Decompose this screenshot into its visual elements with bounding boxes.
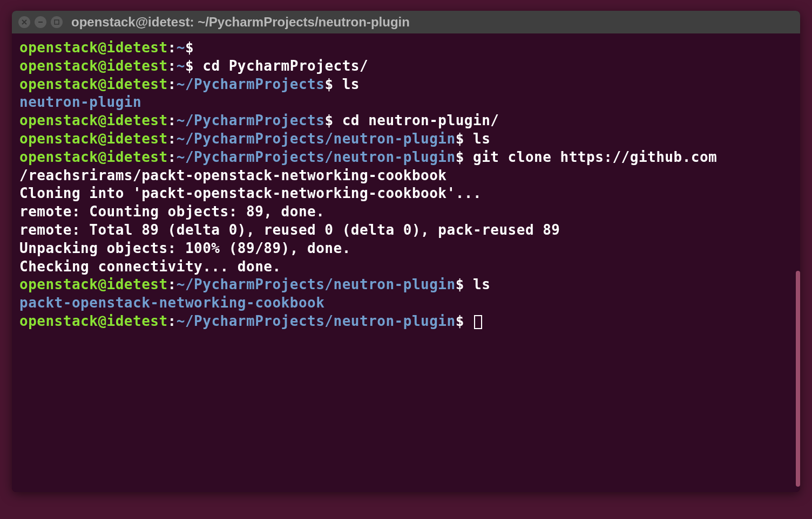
prompt-user-host: openstack@idetest [19, 313, 168, 329]
prompt-user-host: openstack@idetest [19, 39, 168, 56]
prompt-dollar: $ [456, 313, 464, 329]
terminal-line: remote: Counting objects: 89, done. [19, 203, 793, 221]
prompt-path: ~/PycharmProjects/neutron-plugin [177, 149, 456, 165]
prompt-dollar: $ [185, 58, 194, 74]
terminal-line: openstack@idetest:~$ [19, 39, 793, 57]
minimize-icon [38, 19, 43, 25]
command-text: git clone https://github.com [473, 149, 717, 165]
terminal-line: Checking connectivity... done. [19, 258, 793, 276]
svg-rect-0 [55, 20, 59, 24]
prompt-user-host: openstack@idetest [19, 131, 168, 147]
command-text: cd neutron-plugin/ [342, 112, 499, 128]
prompt-colon: : [168, 76, 177, 92]
prompt-dollar: $ [456, 149, 464, 165]
terminal-line: remote: Total 89 (delta 0), reused 0 (de… [19, 221, 793, 240]
close-icon [22, 19, 27, 25]
prompt-colon: : [168, 149, 177, 165]
prompt-path: ~ [177, 58, 185, 74]
prompt-colon: : [168, 39, 177, 56]
prompt-path: ~/PycharmProjects/neutron-plugin [177, 131, 456, 147]
terminal-line: Cloning into 'packt-openstack-networking… [19, 185, 793, 203]
maximize-button[interactable] [51, 16, 63, 28]
output-text: Unpacking objects: 100% (89/89), done. [19, 240, 351, 256]
terminal-line: Unpacking objects: 100% (89/89), done. [19, 240, 793, 258]
output-text: remote: Counting objects: 89, done. [19, 203, 324, 220]
output-text: remote: Total 89 (delta 0), reused 0 (de… [19, 222, 560, 238]
output-directory: neutron-plugin [19, 94, 141, 110]
command-text: /reachsrirams/packt-openstack-networking… [19, 167, 447, 183]
prompt-dollar: $ [324, 76, 333, 92]
prompt-colon: : [168, 131, 177, 147]
prompt-path: ~/PycharmProjects/neutron-plugin [177, 313, 456, 329]
terminal-line: openstack@idetest:~/PycharmProjects/neut… [19, 130, 793, 148]
terminal-line: openstack@idetest:~/PycharmProjects$ cd … [19, 112, 793, 130]
terminal-line: openstack@idetest:~/PycharmProjects/neut… [19, 276, 793, 294]
prompt-user-host: openstack@idetest [19, 149, 168, 165]
cursor [474, 315, 482, 329]
terminal-line: openstack@idetest:~$ cd PycharmProjects/ [19, 57, 793, 76]
prompt-user-host: openstack@idetest [19, 276, 168, 292]
terminal-line: openstack@idetest:~/PycharmProjects$ ls [19, 76, 793, 94]
scrollbar[interactable] [796, 271, 800, 487]
terminal-window: openstack@idetest: ~/PycharmProjects/neu… [12, 11, 800, 492]
prompt-colon: : [168, 112, 177, 128]
command-text: ls [473, 131, 490, 147]
prompt-dollar: $ [456, 131, 464, 147]
output-text: Checking connectivity... done. [19, 258, 281, 275]
prompt-dollar: $ [324, 112, 333, 128]
command-text: ls [342, 76, 360, 92]
terminal-body[interactable]: openstack@idetest:~$ openstack@idetest:~… [12, 33, 800, 492]
prompt-colon: : [168, 58, 177, 74]
maximize-icon [54, 19, 59, 25]
terminal-line: openstack@idetest:~/PycharmProjects/neut… [19, 148, 793, 167]
output-text: Cloning into 'packt-openstack-networking… [19, 185, 482, 201]
minimize-button[interactable] [35, 16, 46, 28]
close-button[interactable] [18, 16, 30, 28]
window-title: openstack@idetest: ~/PycharmProjects/neu… [71, 15, 410, 30]
prompt-path: ~/PycharmProjects/neutron-plugin [177, 276, 456, 292]
prompt-path: ~/PycharmProjects [177, 112, 325, 128]
prompt-dollar: $ [185, 39, 194, 56]
prompt-path: ~ [177, 39, 185, 56]
command-text: ls [473, 276, 490, 292]
terminal-line: packt-openstack-networking-cookbook [19, 294, 793, 312]
prompt-colon: : [168, 313, 177, 329]
output-directory: packt-openstack-networking-cookbook [19, 295, 324, 311]
command-text: cd PycharmProjects/ [202, 58, 368, 74]
window-controls [18, 16, 63, 28]
terminal-line: /reachsrirams/packt-openstack-networking… [19, 167, 793, 185]
terminal-line: neutron-plugin [19, 93, 793, 112]
prompt-colon: : [168, 276, 177, 292]
prompt-user-host: openstack@idetest [19, 58, 168, 74]
prompt-path: ~/PycharmProjects [177, 76, 325, 92]
prompt-user-host: openstack@idetest [19, 76, 168, 92]
terminal-line: openstack@idetest:~/PycharmProjects/neut… [19, 312, 793, 331]
prompt-dollar: $ [456, 276, 464, 292]
prompt-user-host: openstack@idetest [19, 112, 168, 128]
titlebar[interactable]: openstack@idetest: ~/PycharmProjects/neu… [12, 11, 800, 33]
